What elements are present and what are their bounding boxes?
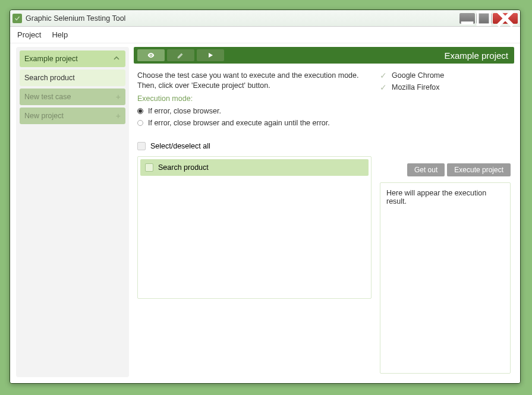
instructions-text: Choose the test case you want to execute… <box>137 71 372 91</box>
checkbox-icon <box>137 142 146 150</box>
test-case-item[interactable]: Search product <box>140 159 369 176</box>
project-toolbar: Example project <box>134 47 514 64</box>
sidebar-item-label: New project <box>24 112 64 120</box>
sidebar-item-example-project[interactable]: Example project <box>20 50 125 67</box>
select-all-label: Select/deselect all <box>150 142 210 150</box>
get-out-button[interactable]: Get out <box>407 163 445 176</box>
maximize-button[interactable] <box>476 13 492 24</box>
pencil-icon <box>177 51 185 59</box>
menu-project[interactable]: Project <box>17 30 41 39</box>
project-title: Example project <box>444 50 508 61</box>
browser-firefox[interactable]: ✓ Mozilla Firefox <box>380 83 511 92</box>
app-window: Graphic Selenium Testing Tool Project He… <box>10 10 521 384</box>
svg-point-2 <box>150 55 152 56</box>
menubar: Project Help <box>10 27 520 43</box>
execution-result-box: Here will appear the execution result. <box>380 182 511 374</box>
sidebar-item-label: Example project <box>24 55 78 63</box>
radio-retry[interactable]: If error, close browser and execute agai… <box>137 117 372 129</box>
sidebar-item-label: Search product <box>24 74 75 82</box>
window-title: Graphic Selenium Testing Tool <box>26 14 459 23</box>
main-panel: Example project Choose the test case you… <box>134 47 514 377</box>
select-all-toggle[interactable]: Select/deselect all <box>137 142 372 150</box>
app-icon <box>12 14 22 23</box>
browser-label: Mozilla Firefox <box>392 83 440 91</box>
sidebar-item-new-test-case[interactable]: New test case + <box>20 89 125 105</box>
svg-rect-0 <box>461 21 474 24</box>
radio-label: If error, close browser. <box>148 107 221 115</box>
minimize-icon <box>459 11 475 26</box>
sidebar-item-label: New test case <box>24 93 71 101</box>
radio-close-browser[interactable]: If error, close browser. <box>137 105 372 117</box>
browser-label: Google Chrome <box>392 71 444 80</box>
chevron-up-icon <box>112 54 121 64</box>
svg-rect-1 <box>478 12 490 24</box>
browser-list: ✓ Google Chrome ✓ Mozilla Firefox <box>380 71 511 92</box>
sidebar-item-new-project[interactable]: New project + <box>20 108 125 124</box>
execute-project-button[interactable]: Execute project <box>447 163 511 176</box>
radio-label: If error, close browser and execute agai… <box>148 119 330 127</box>
eye-icon <box>147 51 155 59</box>
menu-help[interactable]: Help <box>52 30 68 39</box>
execution-mode-label: Execution mode: <box>137 94 372 103</box>
plus-icon: + <box>116 92 121 102</box>
maximize-icon <box>476 11 492 26</box>
sidebar-item-search-product[interactable]: Search product <box>20 69 125 86</box>
test-case-list: Search product <box>137 156 372 299</box>
plus-icon: + <box>116 111 121 121</box>
run-button[interactable] <box>197 49 224 61</box>
play-icon <box>206 51 215 59</box>
check-icon: ✓ <box>380 71 387 80</box>
radio-dot-icon <box>137 120 143 126</box>
browser-chrome[interactable]: ✓ Google Chrome <box>380 71 511 80</box>
titlebar[interactable]: Graphic Selenium Testing Tool <box>10 10 520 27</box>
close-button[interactable] <box>493 13 518 24</box>
minimize-button[interactable] <box>459 13 475 24</box>
test-case-name: Search product <box>158 163 209 172</box>
radio-dot-icon <box>137 108 143 114</box>
sidebar: Example project Search product New test … <box>16 47 129 377</box>
check-icon: ✓ <box>380 83 387 92</box>
view-button[interactable] <box>137 49 165 61</box>
edit-button[interactable] <box>167 49 194 61</box>
checkbox-icon <box>145 163 153 172</box>
